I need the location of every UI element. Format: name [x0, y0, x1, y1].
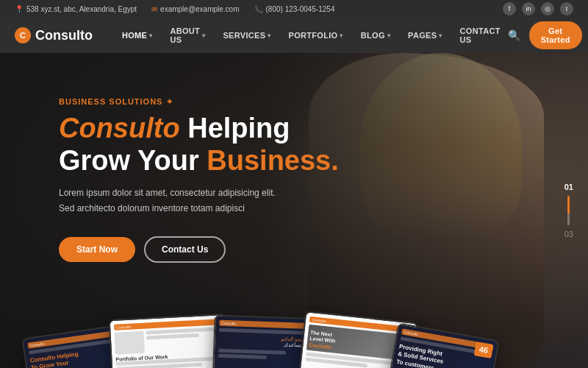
slide-current: 01: [564, 183, 573, 191]
slide-indicators: 01 03: [564, 183, 573, 238]
nav-actions: 🔍 Get Started: [508, 21, 582, 49]
top-bar: 📍 538 xyz.st, abc, Alexandria, Egypt ✉ e…: [0, 0, 588, 18]
social-links[interactable]: f in ◎ t: [503, 2, 573, 15]
nav-pages[interactable]: PAGES ▾: [401, 22, 450, 49]
email-info: ✉ example@example.com: [151, 5, 239, 13]
chevron-down-icon: ▾: [439, 32, 442, 39]
twitter-link[interactable]: t: [560, 2, 573, 15]
badge-46: 46: [473, 342, 493, 358]
slide-progress-bar: [567, 196, 570, 225]
phone-info: 📞 (800) 123-0045-1254: [254, 5, 335, 13]
logo-icon: C: [15, 27, 31, 43]
nav-portfolio[interactable]: PORTFOLIO ▾: [282, 22, 351, 49]
business-highlight: Business.: [207, 145, 339, 176]
instagram-link[interactable]: ◎: [541, 2, 554, 15]
nav-links: HOME ▾ ABOUT US ▾ SERVICES ▾ PORTFOLIO ▾…: [115, 22, 508, 49]
brand-highlight: Consulto: [59, 113, 180, 144]
get-started-button[interactable]: Get Started: [529, 21, 582, 49]
nav-about[interactable]: ABOUT US ▾: [163, 22, 213, 49]
email-icon: ✉: [151, 5, 157, 13]
search-icon[interactable]: 🔍: [508, 29, 520, 41]
logo-text: Consulto: [35, 28, 93, 43]
hero-content: BUSINESS SOLUTIONS ✦ Consulto Helping Gr…: [59, 97, 339, 263]
chevron-down-icon: ▾: [149, 32, 152, 39]
hero-section: BUSINESS SOLUTIONS ✦ Consulto Helping Gr…: [0, 53, 588, 368]
chevron-down-icon: ▾: [387, 32, 390, 39]
hero-buttons: Start Now Contact Us: [59, 236, 339, 263]
nav-services[interactable]: SERVICES ▾: [215, 22, 278, 49]
linkedin-link[interactable]: in: [522, 2, 535, 15]
hero-description: Lorem ipsum dolor sit amet, consectetur …: [59, 185, 294, 216]
device-2: Consulto Portfolio of Our Work: [109, 314, 230, 368]
contact-us-button[interactable]: Contact Us: [144, 236, 226, 263]
chevron-down-icon: ▾: [268, 32, 270, 39]
address-info: 📍 538 xyz.st, abc, Alexandria, Egypt: [15, 5, 137, 13]
facebook-link[interactable]: f: [503, 2, 516, 15]
chevron-down-icon: ▾: [340, 32, 343, 39]
navbar: C Consulto HOME ▾ ABOUT US ▾ SERVICES ▾ …: [0, 18, 588, 53]
slide-next: 03: [564, 230, 573, 238]
hero-title: Consulto Helping Grow Your Business.: [59, 113, 339, 177]
device-5: Consulto Providing Right& Solid Services…: [386, 322, 499, 368]
nav-blog[interactable]: BLOG ▾: [354, 22, 398, 49]
start-now-button[interactable]: Start Now: [59, 237, 135, 262]
top-bar-contact: 📍 538 xyz.st, abc, Alexandria, Egypt ✉ e…: [15, 5, 334, 13]
phone-icon: 📞: [254, 5, 263, 13]
nav-home[interactable]: HOME ▾: [115, 22, 160, 49]
logo[interactable]: C Consulto: [15, 27, 93, 43]
device-mockups: Consulto Consulto HelpingTo Grow YourBus…: [29, 313, 496, 368]
chevron-down-icon: ▾: [202, 32, 205, 39]
eyebrow-text: BUSINESS SOLUTIONS ✦: [59, 97, 339, 107]
location-icon: 📍: [15, 5, 24, 13]
nav-contact[interactable]: CONTACT US: [453, 22, 508, 49]
